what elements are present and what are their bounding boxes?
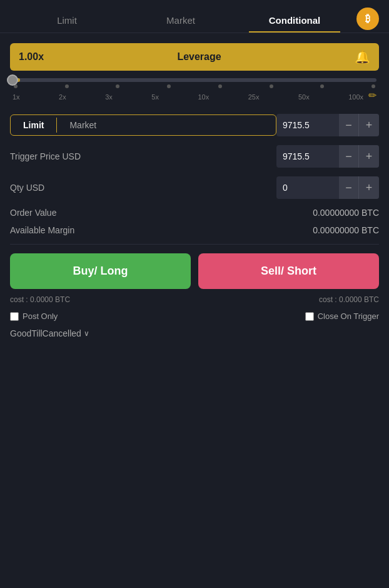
close-on-trigger-row[interactable]: Close On Trigger — [305, 312, 379, 321]
leverage-value: 1.00x — [19, 51, 44, 63]
slider-dot-5 — [218, 84, 222, 88]
trigger-price-minus-btn[interactable]: − — [339, 145, 359, 168]
slider-label-2x: 2x — [59, 93, 66, 101]
price-plus-btn[interactable]: + — [359, 114, 379, 136]
tab-conditional-label: Conditional — [269, 15, 321, 26]
order-value-row: Order Value 0.00000000 BTC — [10, 208, 379, 218]
slider-labels: 1x 2x 3x 5x 10x 25x 50x 100x — [13, 93, 363, 101]
qty-label: Qty USD — [10, 183, 44, 193]
qty-input[interactable] — [276, 178, 339, 198]
tab-limit[interactable]: Limit — [10, 9, 124, 32]
slider-thumb[interactable] — [7, 74, 18, 86]
order-type-market-btn[interactable]: Market — [57, 115, 109, 135]
trigger-price-input[interactable] — [276, 146, 339, 166]
slider-label-10x: 10x — [198, 93, 209, 101]
order-value-amount: 0.00000000 BTC — [313, 208, 379, 218]
available-margin-row: Available Margin 0.00000000 BTC — [10, 225, 379, 235]
order-type-limit-btn[interactable]: Limit — [11, 115, 56, 135]
price-input[interactable] — [276, 115, 339, 135]
tab-limit-label: Limit — [57, 15, 77, 26]
post-only-row[interactable]: Post Only — [10, 312, 58, 321]
price-input-group: − + — [276, 114, 379, 136]
leverage-bar[interactable]: 1.00x Leverage 🔔 — [10, 43, 379, 71]
slider-dot-8 — [371, 84, 375, 88]
tab-market-label: Market — [166, 15, 195, 26]
order-value-label: Order Value — [10, 208, 56, 218]
post-only-label: Post Only — [23, 312, 58, 321]
slider-label-1x: 1x — [13, 93, 20, 101]
slider-label-3x: 3x — [105, 93, 113, 101]
gtc-row[interactable]: GoodTillCancelled ∨ — [10, 328, 379, 345]
slider-dot-6 — [270, 84, 273, 88]
order-type-price-row: Limit Market − + — [10, 114, 379, 136]
checkbox-options: Post Only Close On Trigger — [10, 312, 379, 321]
qty-row: Qty USD − + — [10, 176, 379, 199]
order-type-group: Limit Market — [10, 114, 276, 136]
qty-minus-btn[interactable]: − — [339, 176, 359, 199]
available-margin-amount: 0.00000000 BTC — [313, 225, 379, 235]
trigger-price-label: Trigger Price USD — [10, 151, 81, 161]
slider-label-25x: 25x — [248, 93, 260, 101]
slider-dot-4 — [167, 84, 171, 88]
tab-market[interactable]: Market — [124, 9, 238, 32]
trigger-price-container: − + — [276, 145, 379, 168]
slider-label-50x: 50x — [298, 93, 310, 101]
slider-dot-3 — [116, 84, 119, 88]
leverage-slider-section: 1x 2x 3x 5x 10x 25x 50x 100x ✏ — [10, 78, 379, 101]
chevron-down-icon: ∨ — [84, 329, 89, 338]
slider-dots — [13, 84, 376, 88]
sell-short-button[interactable]: Sell/ Short — [198, 253, 379, 289]
btc-icon-button[interactable]: ₿ — [356, 8, 379, 30]
price-input-container: − + — [276, 114, 379, 136]
close-on-trigger-label: Close On Trigger — [318, 312, 379, 321]
qty-input-container: − + — [276, 176, 379, 199]
qty-plus-btn[interactable]: + — [359, 176, 379, 199]
tab-conditional[interactable]: Conditional — [238, 9, 351, 32]
trigger-price-plus-btn[interactable]: + — [359, 145, 379, 168]
leverage-label: Leverage — [177, 51, 221, 63]
slider-track[interactable] — [13, 78, 376, 82]
price-minus-btn[interactable]: − — [339, 114, 359, 136]
action-buttons: Buy/ Long Sell/ Short — [10, 253, 379, 289]
close-on-trigger-checkbox[interactable] — [305, 312, 314, 321]
divider — [10, 244, 379, 245]
slider-label-100x: 100x — [348, 93, 363, 101]
btc-icon: ₿ — [365, 13, 370, 24]
trigger-price-input-group: − + — [276, 145, 379, 168]
slider-edit-icon[interactable]: ✏ — [368, 89, 376, 101]
buy-long-button[interactable]: Buy/ Long — [10, 253, 191, 289]
main-content: 1.00x Leverage 🔔 1x 2x 3x 5x 10x — [0, 33, 389, 355]
available-margin-label: Available Margin — [10, 225, 74, 235]
cost-row: cost : 0.0000 BTC cost : 0.0000 BTC — [10, 295, 379, 304]
gtc-label: GoodTillCancelled — [10, 328, 81, 338]
tab-bar: Limit Market Conditional ₿ — [0, 0, 389, 33]
slider-dot-7 — [320, 84, 324, 88]
slider-label-5x: 5x — [151, 93, 159, 101]
post-only-checkbox[interactable] — [10, 312, 19, 321]
trigger-price-row: Trigger Price USD − + — [10, 145, 379, 168]
leverage-bell-icon: 🔔 — [355, 49, 370, 64]
buy-cost: cost : 0.0000 BTC — [10, 295, 70, 304]
qty-input-group: − + — [276, 176, 379, 199]
slider-dot-2 — [65, 84, 69, 88]
sell-cost: cost : 0.0000 BTC — [319, 295, 379, 304]
